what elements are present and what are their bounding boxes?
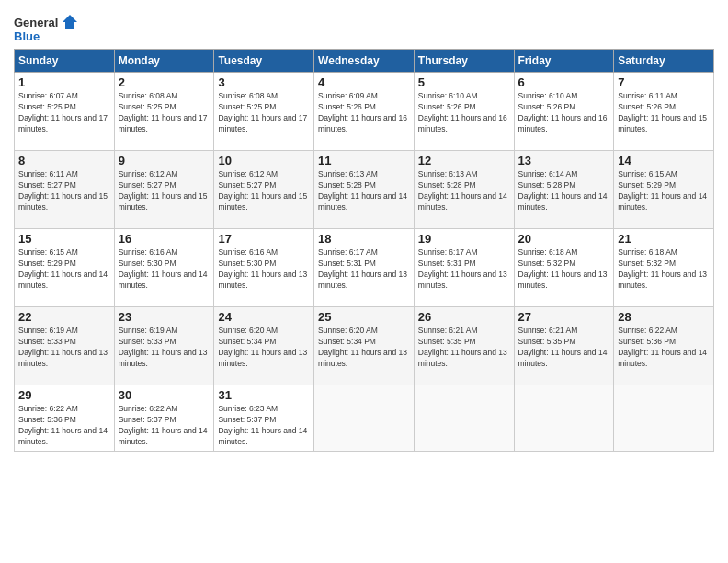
weekday-header-sunday: Sunday xyxy=(15,50,115,73)
day-number: 25 xyxy=(318,310,410,324)
weekday-header-monday: Monday xyxy=(114,50,214,73)
day-info: Sunrise: 6:11 AM Sunset: 5:26 PM Dayligh… xyxy=(618,91,710,135)
day-number: 31 xyxy=(218,388,310,402)
page: General Blue SundayMondayTuesdayWednesda… xyxy=(0,0,728,461)
day-number: 1 xyxy=(18,75,110,89)
weekday-header-friday: Friday xyxy=(514,50,614,73)
svg-marker-0 xyxy=(63,15,77,29)
calendar-cell: 26 Sunrise: 6:21 AM Sunset: 5:35 PM Dayl… xyxy=(414,307,514,385)
day-number: 8 xyxy=(18,154,110,167)
day-info: Sunrise: 6:13 AM Sunset: 5:28 PM Dayligh… xyxy=(418,169,510,213)
calendar-cell: 23 Sunrise: 6:19 AM Sunset: 5:33 PM Dayl… xyxy=(114,307,214,385)
calendar-cell: 18 Sunrise: 6:17 AM Sunset: 5:31 PM Dayl… xyxy=(314,229,415,307)
day-number: 29 xyxy=(18,388,110,402)
calendar-week-row: 8 Sunrise: 6:11 AM Sunset: 5:27 PM Dayli… xyxy=(15,151,714,229)
day-info: Sunrise: 6:20 AM Sunset: 5:34 PM Dayligh… xyxy=(218,326,310,370)
calendar-cell: 4 Sunrise: 6:09 AM Sunset: 5:26 PM Dayli… xyxy=(314,73,415,151)
calendar-cell: 14 Sunrise: 6:15 AM Sunset: 5:29 PM Dayl… xyxy=(614,151,714,229)
day-info: Sunrise: 6:18 AM Sunset: 5:32 PM Dayligh… xyxy=(618,247,710,292)
logo-general-text: General xyxy=(14,16,58,29)
day-info: Sunrise: 6:13 AM Sunset: 5:28 PM Dayligh… xyxy=(318,169,410,213)
day-info: Sunrise: 6:08 AM Sunset: 5:25 PM Dayligh… xyxy=(218,91,310,135)
day-number: 20 xyxy=(518,232,610,246)
day-info: Sunrise: 6:22 AM Sunset: 5:36 PM Dayligh… xyxy=(18,404,110,448)
day-number: 27 xyxy=(518,310,610,324)
day-number: 17 xyxy=(218,232,310,246)
weekday-header-saturday: Saturday xyxy=(614,50,714,73)
calendar-table: SundayMondayTuesdayWednesdayThursdayFrid… xyxy=(14,49,714,452)
calendar-week-row: 1 Sunrise: 6:07 AM Sunset: 5:25 PM Dayli… xyxy=(15,73,714,151)
calendar-cell: 12 Sunrise: 6:13 AM Sunset: 5:28 PM Dayl… xyxy=(414,151,514,229)
day-info: Sunrise: 6:23 AM Sunset: 5:37 PM Dayligh… xyxy=(218,404,310,448)
day-number: 7 xyxy=(618,75,710,89)
calendar-cell: 31 Sunrise: 6:23 AM Sunset: 5:37 PM Dayl… xyxy=(214,385,314,452)
weekday-header-tuesday: Tuesday xyxy=(214,50,314,73)
calendar-cell: 29 Sunrise: 6:22 AM Sunset: 5:36 PM Dayl… xyxy=(15,385,115,452)
day-info: Sunrise: 6:21 AM Sunset: 5:35 PM Dayligh… xyxy=(518,326,610,370)
day-info: Sunrise: 6:17 AM Sunset: 5:31 PM Dayligh… xyxy=(318,247,410,292)
logo: General Blue xyxy=(14,13,79,43)
calendar-cell: 22 Sunrise: 6:19 AM Sunset: 5:33 PM Dayl… xyxy=(15,307,115,385)
day-info: Sunrise: 6:19 AM Sunset: 5:33 PM Dayligh… xyxy=(18,326,110,370)
logo-bird-icon xyxy=(61,13,79,31)
day-number: 22 xyxy=(18,310,110,324)
day-info: Sunrise: 6:19 AM Sunset: 5:33 PM Dayligh… xyxy=(119,326,210,370)
day-number: 14 xyxy=(618,154,710,167)
day-number: 18 xyxy=(318,232,410,246)
day-number: 23 xyxy=(119,310,210,324)
day-number: 16 xyxy=(119,232,210,246)
calendar-cell: 5 Sunrise: 6:10 AM Sunset: 5:26 PM Dayli… xyxy=(414,73,514,151)
day-info: Sunrise: 6:08 AM Sunset: 5:25 PM Dayligh… xyxy=(119,91,210,135)
weekday-header-thursday: Thursday xyxy=(414,50,514,73)
day-number: 5 xyxy=(418,75,510,89)
calendar-cell: 10 Sunrise: 6:12 AM Sunset: 5:27 PM Dayl… xyxy=(214,151,314,229)
day-info: Sunrise: 6:22 AM Sunset: 5:36 PM Dayligh… xyxy=(618,326,710,370)
day-info: Sunrise: 6:12 AM Sunset: 5:27 PM Dayligh… xyxy=(119,169,210,213)
calendar-cell: 24 Sunrise: 6:20 AM Sunset: 5:34 PM Dayl… xyxy=(214,307,314,385)
calendar-cell: 15 Sunrise: 6:15 AM Sunset: 5:29 PM Dayl… xyxy=(15,229,115,307)
day-info: Sunrise: 6:12 AM Sunset: 5:27 PM Dayligh… xyxy=(218,169,310,213)
day-info: Sunrise: 6:10 AM Sunset: 5:26 PM Dayligh… xyxy=(518,91,610,135)
day-info: Sunrise: 6:07 AM Sunset: 5:25 PM Dayligh… xyxy=(18,91,110,135)
header: General Blue xyxy=(14,9,714,43)
calendar-cell xyxy=(514,385,614,452)
calendar-cell: 20 Sunrise: 6:18 AM Sunset: 5:32 PM Dayl… xyxy=(514,229,614,307)
day-number: 30 xyxy=(119,388,210,402)
day-info: Sunrise: 6:18 AM Sunset: 5:32 PM Dayligh… xyxy=(518,247,610,292)
day-number: 6 xyxy=(518,75,610,89)
calendar-cell: 9 Sunrise: 6:12 AM Sunset: 5:27 PM Dayli… xyxy=(114,151,214,229)
calendar-cell: 17 Sunrise: 6:16 AM Sunset: 5:30 PM Dayl… xyxy=(214,229,314,307)
calendar-cell: 21 Sunrise: 6:18 AM Sunset: 5:32 PM Dayl… xyxy=(614,229,714,307)
calendar-week-row: 29 Sunrise: 6:22 AM Sunset: 5:36 PM Dayl… xyxy=(15,385,714,452)
day-number: 24 xyxy=(218,310,310,324)
day-info: Sunrise: 6:16 AM Sunset: 5:30 PM Dayligh… xyxy=(119,247,210,292)
day-info: Sunrise: 6:20 AM Sunset: 5:34 PM Dayligh… xyxy=(318,326,410,370)
day-number: 11 xyxy=(318,154,410,167)
calendar-cell xyxy=(314,385,415,452)
day-info: Sunrise: 6:14 AM Sunset: 5:28 PM Dayligh… xyxy=(518,169,610,213)
day-number: 9 xyxy=(119,154,210,167)
calendar-cell: 8 Sunrise: 6:11 AM Sunset: 5:27 PM Dayli… xyxy=(15,151,115,229)
day-info: Sunrise: 6:10 AM Sunset: 5:26 PM Dayligh… xyxy=(418,91,510,135)
calendar-cell: 19 Sunrise: 6:17 AM Sunset: 5:31 PM Dayl… xyxy=(414,229,514,307)
day-info: Sunrise: 6:11 AM Sunset: 5:27 PM Dayligh… xyxy=(18,169,110,213)
calendar-cell: 13 Sunrise: 6:14 AM Sunset: 5:28 PM Dayl… xyxy=(514,151,614,229)
day-info: Sunrise: 6:22 AM Sunset: 5:37 PM Dayligh… xyxy=(119,404,210,448)
day-info: Sunrise: 6:15 AM Sunset: 5:29 PM Dayligh… xyxy=(618,169,710,213)
calendar-cell xyxy=(414,385,514,452)
day-number: 10 xyxy=(218,154,310,167)
calendar-cell: 11 Sunrise: 6:13 AM Sunset: 5:28 PM Dayl… xyxy=(314,151,415,229)
day-number: 19 xyxy=(418,232,510,246)
day-number: 13 xyxy=(518,154,610,167)
day-number: 21 xyxy=(618,232,710,246)
day-number: 15 xyxy=(18,232,110,246)
calendar-cell: 1 Sunrise: 6:07 AM Sunset: 5:25 PM Dayli… xyxy=(15,73,115,151)
calendar-cell: 2 Sunrise: 6:08 AM Sunset: 5:25 PM Dayli… xyxy=(114,73,214,151)
day-number: 2 xyxy=(119,75,210,89)
day-number: 26 xyxy=(418,310,510,324)
calendar-cell: 16 Sunrise: 6:16 AM Sunset: 5:30 PM Dayl… xyxy=(114,229,214,307)
calendar-cell: 30 Sunrise: 6:22 AM Sunset: 5:37 PM Dayl… xyxy=(114,385,214,452)
day-number: 28 xyxy=(618,310,710,324)
calendar-cell: 28 Sunrise: 6:22 AM Sunset: 5:36 PM Dayl… xyxy=(614,307,714,385)
day-info: Sunrise: 6:09 AM Sunset: 5:26 PM Dayligh… xyxy=(318,91,410,135)
